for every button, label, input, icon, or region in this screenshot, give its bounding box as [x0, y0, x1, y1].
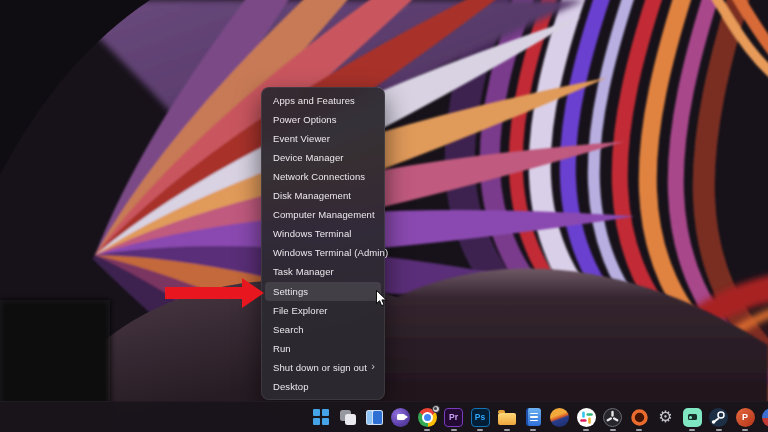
annotation-arrow-shape	[165, 278, 264, 308]
chrome-icon	[418, 408, 437, 427]
partial-edge-app-button[interactable]	[761, 406, 768, 428]
menu-item-windows-terminal-admin[interactable]: Windows Terminal (Admin)	[265, 243, 381, 262]
menu-item-label: Disk Management	[273, 190, 375, 201]
widgets-panels-app-button[interactable]	[363, 406, 385, 428]
menu-item-label: Windows Terminal	[273, 228, 375, 239]
menu-item-label: Network Connections	[273, 171, 375, 182]
taskbar-icon-row: Pr Ps	[310, 406, 768, 428]
premiere-pro-button[interactable]: Pr	[443, 406, 465, 428]
chrome-button[interactable]	[416, 406, 438, 428]
menu-item-device-manager[interactable]: Device Manager	[265, 148, 381, 167]
menu-item-label: Device Manager	[273, 152, 375, 163]
menu-item-network-connections[interactable]: Network Connections	[265, 167, 381, 186]
task-view-icon	[339, 408, 357, 426]
chrome-profile-badge	[432, 405, 440, 413]
partial-app-icon	[762, 408, 768, 427]
photoshop-button[interactable]: Ps	[469, 406, 491, 428]
office-button[interactable]	[628, 406, 650, 428]
obs-studio-button[interactable]	[602, 406, 624, 428]
menu-item-disk-management[interactable]: Disk Management	[265, 186, 381, 205]
screen-recorder-icon	[683, 408, 702, 427]
menu-item-task-manager[interactable]: Task Manager	[265, 262, 381, 281]
gear-icon: ⚙	[658, 409, 672, 425]
menu-item-event-viewer[interactable]: Event Viewer	[265, 129, 381, 148]
menu-item-label: Search	[273, 324, 375, 335]
slack-icon	[577, 408, 596, 427]
screen-recorder-button[interactable]	[681, 406, 703, 428]
file-explorer-button[interactable]	[496, 406, 518, 428]
office-icon	[630, 408, 649, 427]
menu-item-power-options[interactable]: Power Options	[265, 110, 381, 129]
menu-item-label: Run	[273, 343, 375, 354]
video-chat-app-button[interactable]	[390, 406, 412, 428]
desktop-screen: Apps and Features Power Options Event Vi…	[0, 0, 768, 432]
menu-item-label: Settings	[273, 286, 375, 297]
notepad-button[interactable]	[522, 406, 544, 428]
menu-item-settings[interactable]: Settings	[265, 282, 381, 301]
menu-item-search[interactable]: Search	[265, 320, 381, 339]
menu-item-label: Event Viewer	[273, 133, 375, 144]
video-chat-icon	[391, 408, 410, 427]
menu-item-shut-down-or-sign-out[interactable]: Shut down or sign out ›	[265, 358, 381, 377]
menu-item-label: Apps and Features	[273, 95, 375, 106]
settings-button[interactable]: ⚙	[655, 406, 677, 428]
windows-logo-icon	[313, 409, 329, 425]
annotation-arrow-icon	[160, 274, 270, 312]
powerpoint-button[interactable]: P	[734, 406, 756, 428]
menu-item-label: Desktop	[273, 381, 375, 392]
menu-item-computer-management[interactable]: Computer Management	[265, 205, 381, 224]
chevron-right-icon: ›	[371, 361, 375, 372]
menu-item-file-explorer[interactable]: File Explorer	[265, 301, 381, 320]
menu-item-apps-and-features[interactable]: Apps and Features	[265, 91, 381, 110]
start-button[interactable]	[310, 406, 332, 428]
orange-circle-app-icon	[550, 408, 569, 427]
mouse-cursor-icon	[376, 290, 388, 307]
menu-item-label: Power Options	[273, 114, 375, 125]
folder-icon	[498, 413, 516, 425]
menu-item-run[interactable]: Run	[265, 339, 381, 358]
steam-icon	[709, 408, 728, 427]
menu-item-label: File Explorer	[273, 305, 375, 316]
taskbar: Pr Ps	[0, 401, 768, 432]
menu-item-windows-terminal[interactable]: Windows Terminal	[265, 224, 381, 243]
photoshop-icon: Ps	[471, 408, 490, 427]
orange-circle-app-button[interactable]	[549, 406, 571, 428]
menu-item-desktop[interactable]: Desktop	[265, 377, 381, 396]
notepad-icon	[526, 408, 541, 426]
obs-studio-icon	[603, 408, 622, 427]
winx-context-menu: Apps and Features Power Options Event Vi…	[261, 87, 385, 400]
premiere-pro-icon: Pr	[444, 408, 463, 427]
task-view-button[interactable]	[337, 406, 359, 428]
menu-item-label: Task Manager	[273, 266, 375, 277]
powerpoint-icon: P	[736, 408, 755, 427]
menu-item-label: Computer Management	[273, 209, 375, 220]
steam-button[interactable]	[708, 406, 730, 428]
window-panels-icon	[366, 410, 383, 425]
menu-item-label: Windows Terminal (Admin)	[273, 247, 388, 258]
menu-item-label: Shut down or sign out	[273, 362, 371, 373]
slack-button[interactable]	[575, 406, 597, 428]
